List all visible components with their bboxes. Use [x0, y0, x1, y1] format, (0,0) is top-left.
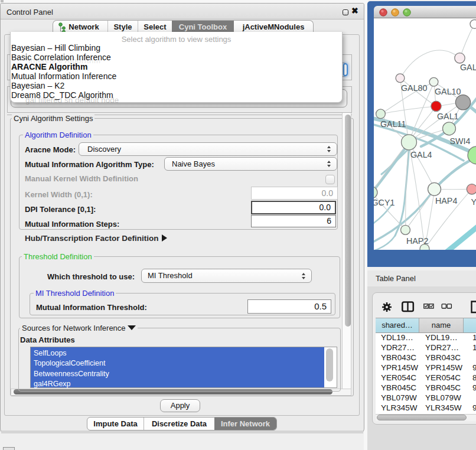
svg-text:GAL10: GAL10 [435, 87, 461, 96]
svg-text:GCY1: GCY1 [374, 198, 395, 207]
svg-text:GAL80: GAL80 [401, 83, 428, 93]
svg-text:GAL1: GAL1 [437, 112, 459, 121]
svg-text:GAL11: GAL11 [380, 119, 406, 129]
svg-text:SWI4: SWI4 [450, 136, 471, 146]
svg-text:HAP2: HAP2 [406, 236, 428, 246]
svg-text:Y: Y [471, 197, 476, 207]
svg-text:GAL4: GAL4 [410, 150, 432, 159]
svg-text:HAP4: HAP4 [435, 196, 457, 206]
svg-text:GAL7: GAL7 [460, 63, 476, 72]
